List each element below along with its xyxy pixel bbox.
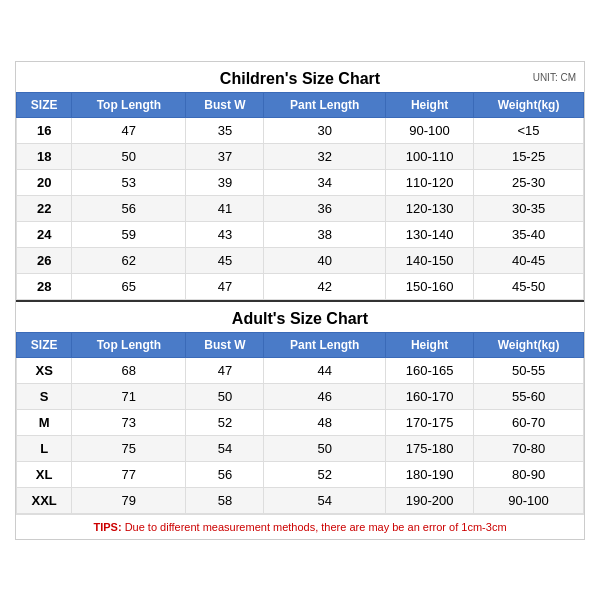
children-table-cell: 45-50 (474, 273, 584, 299)
children-table-row: 1647353090-100<15 (17, 117, 584, 143)
adults-table-cell: 44 (264, 357, 386, 383)
adults-table-cell: 190-200 (386, 487, 474, 513)
children-table-row: 24594338130-14035-40 (17, 221, 584, 247)
adults-table-cell: 50 (264, 435, 386, 461)
children-table-cell: 34 (264, 169, 386, 195)
children-table-cell: 100-110 (386, 143, 474, 169)
children-table-cell: 20 (17, 169, 72, 195)
children-table-cell: 50 (72, 143, 186, 169)
adults-title: Adult's Size Chart (232, 310, 368, 327)
adults-table-cell: 56 (186, 461, 264, 487)
children-table-cell: 35-40 (474, 221, 584, 247)
children-table-cell: 47 (186, 273, 264, 299)
children-table-cell: 38 (264, 221, 386, 247)
children-table-cell: 140-150 (386, 247, 474, 273)
children-table-cell: 90-100 (386, 117, 474, 143)
adults-header-cell: Weight(kg) (474, 332, 584, 357)
children-table-row: 18503732100-11015-25 (17, 143, 584, 169)
children-table-cell: 25-30 (474, 169, 584, 195)
adults-table-cell: 54 (186, 435, 264, 461)
children-header-cell: Pant Length (264, 92, 386, 117)
adults-table-row: L755450175-18070-80 (17, 435, 584, 461)
children-table-cell: 43 (186, 221, 264, 247)
children-table-cell: 22 (17, 195, 72, 221)
adults-table-cell: 77 (72, 461, 186, 487)
adults-table-cell: 54 (264, 487, 386, 513)
children-table-cell: 42 (264, 273, 386, 299)
adults-table: SIZETop LengthBust WPant LengthHeightWei… (16, 332, 584, 514)
adults-table-cell: 70-80 (474, 435, 584, 461)
tips-text: Due to different measurement methods, th… (125, 521, 507, 533)
children-header-row: SIZETop LengthBust WPant LengthHeightWei… (17, 92, 584, 117)
adults-table-cell: 50-55 (474, 357, 584, 383)
tips-label: TIPS: (93, 521, 121, 533)
adults-header-row: SIZETop LengthBust WPant LengthHeightWei… (17, 332, 584, 357)
adults-table-cell: XXL (17, 487, 72, 513)
adults-table-cell: 90-100 (474, 487, 584, 513)
children-table-cell: 40-45 (474, 247, 584, 273)
children-table-cell: 18 (17, 143, 72, 169)
children-table-cell: 59 (72, 221, 186, 247)
adults-table-row: M735248170-17560-70 (17, 409, 584, 435)
children-table-cell: 56 (72, 195, 186, 221)
children-table-row: 22564136120-13030-35 (17, 195, 584, 221)
children-table-row: 28654742150-16045-50 (17, 273, 584, 299)
children-table-cell: 110-120 (386, 169, 474, 195)
adults-title-row: Adult's Size Chart (16, 300, 584, 332)
children-table-cell: 150-160 (386, 273, 474, 299)
adults-header-cell: Top Length (72, 332, 186, 357)
adults-table-row: XS684744160-16550-55 (17, 357, 584, 383)
children-table-cell: 16 (17, 117, 72, 143)
adults-table-cell: 52 (264, 461, 386, 487)
adults-table-cell: 160-165 (386, 357, 474, 383)
children-table-cell: 36 (264, 195, 386, 221)
children-table-cell: 47 (72, 117, 186, 143)
unit-label: UNIT: CM (533, 71, 576, 82)
children-table-cell: 15-25 (474, 143, 584, 169)
adults-table-cell: 58 (186, 487, 264, 513)
children-table-cell: 39 (186, 169, 264, 195)
children-table-cell: 30 (264, 117, 386, 143)
adults-header-cell: Height (386, 332, 474, 357)
adults-table-cell: 180-190 (386, 461, 474, 487)
children-table-row: 20533934110-12025-30 (17, 169, 584, 195)
children-table-cell: 62 (72, 247, 186, 273)
children-table-cell: 37 (186, 143, 264, 169)
children-header-cell: Height (386, 92, 474, 117)
children-table-cell: <15 (474, 117, 584, 143)
adults-table-cell: 52 (186, 409, 264, 435)
adults-table-cell: 80-90 (474, 461, 584, 487)
children-table-cell: 26 (17, 247, 72, 273)
adults-table-cell: 71 (72, 383, 186, 409)
adults-table-row: XL775652180-19080-90 (17, 461, 584, 487)
adults-table-cell: M (17, 409, 72, 435)
adults-table-cell: 60-70 (474, 409, 584, 435)
adults-table-row: XXL795854190-20090-100 (17, 487, 584, 513)
adults-header-cell: Bust W (186, 332, 264, 357)
children-header-cell: Weight(kg) (474, 92, 584, 117)
children-title: Children's Size Chart (220, 70, 380, 87)
adults-table-cell: XL (17, 461, 72, 487)
children-table-cell: 130-140 (386, 221, 474, 247)
children-header-cell: SIZE (17, 92, 72, 117)
adults-table-cell: 47 (186, 357, 264, 383)
children-table-row: 26624540140-15040-45 (17, 247, 584, 273)
children-table-cell: 120-130 (386, 195, 474, 221)
children-header-cell: Bust W (186, 92, 264, 117)
children-table-cell: 45 (186, 247, 264, 273)
adults-table-cell: 175-180 (386, 435, 474, 461)
adults-header-cell: Pant Length (264, 332, 386, 357)
children-title-row: Children's Size Chart UNIT: CM (16, 62, 584, 92)
adults-table-cell: 170-175 (386, 409, 474, 435)
adults-table-cell: 79 (72, 487, 186, 513)
children-table-cell: 32 (264, 143, 386, 169)
children-table-cell: 24 (17, 221, 72, 247)
adults-table-cell: L (17, 435, 72, 461)
tips-row: TIPS: Due to different measurement metho… (16, 514, 584, 539)
adults-table-cell: 55-60 (474, 383, 584, 409)
adults-table-cell: 160-170 (386, 383, 474, 409)
adults-table-cell: 46 (264, 383, 386, 409)
adults-header-cell: SIZE (17, 332, 72, 357)
children-table-cell: 40 (264, 247, 386, 273)
children-table-cell: 35 (186, 117, 264, 143)
